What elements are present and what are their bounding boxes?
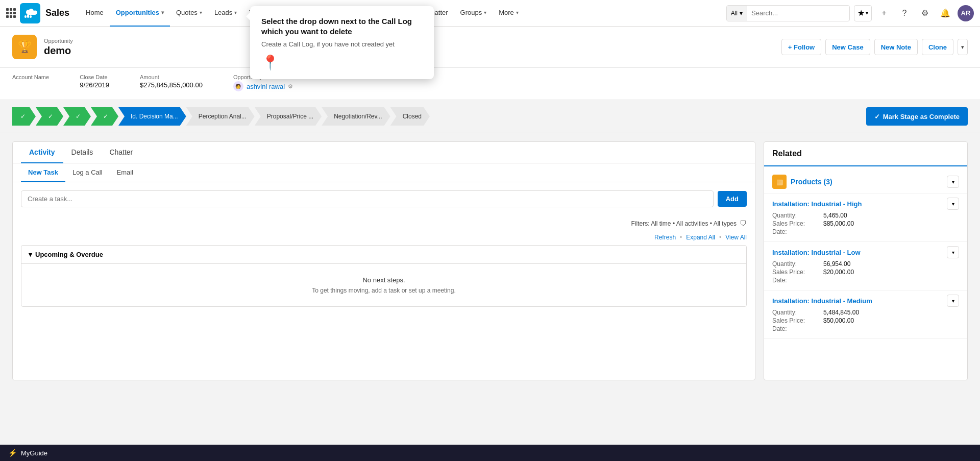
nav-home[interactable]: Home [80,0,110,27]
tab-chatter[interactable]: Chatter [101,142,141,163]
expand-all-link[interactable]: Expand All [686,234,715,241]
check-icon: ✓ [76,113,81,120]
products-title[interactable]: Products (3) [791,178,947,186]
subtab-log-call[interactable]: Log a Call [65,163,110,182]
bell-icon: 🔔 [940,8,950,18]
product-link-3[interactable]: Installation: Industrial - Medium [772,297,872,305]
stage-item-2[interactable]: ✓ [36,107,63,126]
waffle-dot [13,8,16,11]
stage-negotiation[interactable]: Negotiation/Rev... [322,107,390,126]
filter-icon[interactable]: ⛉ [740,220,747,228]
product-fields-1: Quantity: 5,465.00 Sales Price: $85,000.… [772,212,959,235]
product-item-dropdown-1[interactable]: ▾ [947,198,959,210]
search-input[interactable] [747,9,849,17]
nav-quotes[interactable]: Quotes ▾ [170,0,208,27]
waffle-dot [6,15,9,18]
salesforce-logo[interactable] [20,3,40,23]
account-name-field: Account Name [12,74,49,91]
record-type: Opportunity [44,38,73,44]
settings-button[interactable]: ⚙ [917,5,933,21]
upcoming-section: ▾ Upcoming & Overdue No next steps. To g… [21,245,747,307]
chevron-down-icon: ▾ [866,10,868,16]
chevron-down-icon: ▾ [161,10,164,15]
svg-rect-1 [27,14,29,18]
follow-button[interactable]: + Follow [781,39,821,55]
top-navigation: Sales Home Opportunities ▾ Quotes ▾ Lead… [0,0,980,27]
products-dropdown-button[interactable]: ▾ [947,176,959,188]
main-content: Activity Details Chatter New Task Log a … [0,133,980,389]
user-avatar[interactable]: AR [958,5,974,21]
refresh-link[interactable]: Refresh [654,234,676,241]
record-actions: + Follow New Case New Note Clone ▾ [781,39,968,55]
product-link-2[interactable]: Installation: Industrial - Low [772,249,861,256]
nav-groups[interactable]: Groups ▾ [454,0,493,27]
upcoming-content: No next steps. To get things moving, add… [21,264,746,306]
tab-details[interactable]: Details [63,142,102,163]
filters-row: Filters: All time • All activities • All… [13,215,755,232]
actions-dropdown-button[interactable]: ▾ [958,39,968,55]
task-input-area: Add [13,182,755,215]
product-link-1[interactable]: Installation: Industrial - High [772,200,862,208]
stage-proposal[interactable]: Proposal/Price ... [255,107,322,126]
mark-stage-complete-button[interactable]: ✓ Mark Stage as Complete [866,107,968,126]
add-task-button[interactable]: Add [718,191,747,207]
check-icon: ✓ [20,113,26,120]
stage-perception[interactable]: Perception Anal... [186,107,255,126]
stage-item-4[interactable]: ✓ [91,107,118,126]
waffle-dot [6,8,9,11]
amount-field: Amount $275,845,855,000.00 [140,74,203,91]
subtabs-bar: New Task Log a Call Email [13,163,755,182]
new-case-button[interactable]: New Case [825,39,870,55]
chevron-down-icon: ▾ [516,10,519,15]
related-header: Related [764,142,967,166]
nav-leads[interactable]: Leads ▾ [208,0,243,27]
product-item-dropdown-3[interactable]: ▾ [947,295,959,307]
upcoming-header[interactable]: ▾ Upcoming & Overdue [21,246,746,264]
help-button[interactable]: ? [896,5,913,21]
stage-closed[interactable]: Closed [390,107,430,126]
notifications-button[interactable]: 🔔 [937,5,953,21]
chevron-down-icon: ▾ [234,10,237,15]
upcoming-empty-title: No next steps. [30,276,738,284]
product-item-3: Installation: Industrial - Medium ▾ Quan… [764,290,967,339]
favorites-button[interactable]: ★ ▾ [854,5,872,21]
owner-name-link[interactable]: ashvini rawal [247,83,285,90]
tooltip-overlay: Select the drop down next to the Call Lo… [250,6,434,79]
chevron-down-icon: ▾ [200,10,202,15]
add-button[interactable]: ＋ [876,5,892,21]
tooltip-title: Select the drop down next to the Call Lo… [261,16,423,36]
plus-icon: ＋ [880,8,888,18]
subtab-email[interactable]: Email [110,163,141,182]
record-header-left: 🏆 Opportunity demo [12,35,73,59]
check-icon: ✓ [103,113,108,120]
nav-more[interactable]: More ▾ [493,0,525,27]
app-name: Sales [45,8,69,18]
chevron-down-icon: ▾ [484,10,486,15]
tab-activity[interactable]: Activity [21,142,63,163]
svg-rect-2 [30,15,32,18]
chevron-down-icon: ▾ [740,10,743,17]
product-item-1: Installation: Industrial - High ▾ Quanti… [764,193,967,242]
product-item-dropdown-2[interactable]: ▾ [947,246,959,258]
new-note-button[interactable]: New Note [874,39,918,55]
nav-right-section: All ▾ ★ ▾ ＋ ? ⚙ 🔔 AR [726,5,974,21]
stage-item-active[interactable]: Id. Decision Ma... [118,107,186,126]
waffle-dot [13,15,16,18]
product-name-2: Installation: Industrial - Low ▾ [772,246,959,258]
stage-item-1[interactable]: ✓ [12,107,36,126]
subtab-new-task[interactable]: New Task [21,163,65,182]
tabs-bar: Activity Details Chatter [13,142,755,163]
stage-item-3[interactable]: ✓ [63,107,91,126]
star-icon: ★ [857,8,865,18]
clone-button[interactable]: Clone [922,39,953,55]
close-date-field: Close Date 9/26/2019 [80,74,109,91]
left-panel: Activity Details Chatter New Task Log a … [12,141,755,380]
waffle-dot [10,15,12,18]
view-all-link[interactable]: View All [725,234,747,241]
waffle-menu[interactable] [6,8,16,18]
search-type-selector[interactable]: All ▾ [727,6,747,21]
tooltip-subtitle: Create a Call Log, if you have not creat… [261,40,423,48]
chevron-down-icon: ▾ [29,251,32,258]
task-input[interactable] [21,190,714,207]
nav-opportunities[interactable]: Opportunities ▾ [110,0,170,27]
